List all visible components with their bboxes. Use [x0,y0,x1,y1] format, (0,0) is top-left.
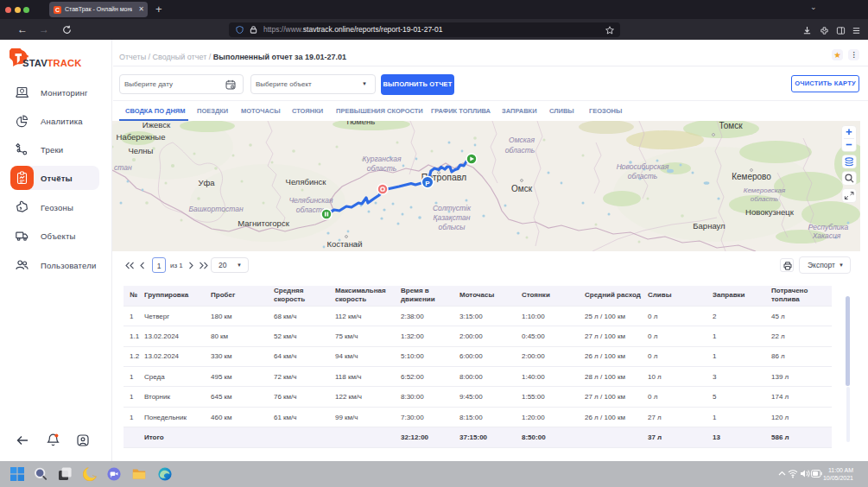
svg-text:Костанай: Костанай [327,239,363,249]
svg-text:Курганская: Курганская [363,155,402,163]
svg-text:Новокузнецк: Новокузнецк [745,207,795,217]
svg-text:облысы: облысы [439,223,466,231]
svg-text:Челны: Челны [129,146,154,155]
svg-text:Омск: Омск [511,184,533,193]
svg-text:TRACK: TRACK [48,58,82,68]
svg-text:Тюмень: Тюмень [345,121,375,126]
svg-text:область: область [628,172,658,180]
svg-text:Челябинск: Челябинск [286,177,327,187]
svg-text:STAV: STAV [22,58,48,68]
svg-text:Ижевск: Ижевск [143,121,171,130]
svg-text:Кемеровская: Кемеровская [744,187,786,194]
svg-text:Қазақстан: Қазақстан [434,213,471,222]
svg-text:Хакасия: Хакасия [812,231,841,240]
svg-text:область: область [751,195,779,203]
svg-text:Челябинская: Челябинская [288,196,333,205]
svg-text:Солтүстік: Солтүстік [433,204,472,212]
svg-text:Томск: Томск [719,121,743,130]
svg-text:Республика: Республика [808,223,849,231]
svg-text:область: область [505,146,535,155]
svg-text:Барнаул: Барнаул [693,221,725,231]
svg-text:Новосибирская: Новосибирская [617,162,669,171]
svg-text:Кемерово: Кемерово [732,172,771,181]
svg-text:Башкортостан: Башкортостан [188,205,243,213]
svg-text:область: область [367,164,397,173]
svg-text:Омская: Омская [509,136,535,144]
svg-text:Магнитогорск: Магнитогорск [238,218,289,228]
svg-text:Уфа: Уфа [198,178,215,187]
svg-text:Набережные: Набережные [117,132,166,142]
svg-text:P: P [425,180,430,187]
svg-text:стан: стан [114,163,132,172]
